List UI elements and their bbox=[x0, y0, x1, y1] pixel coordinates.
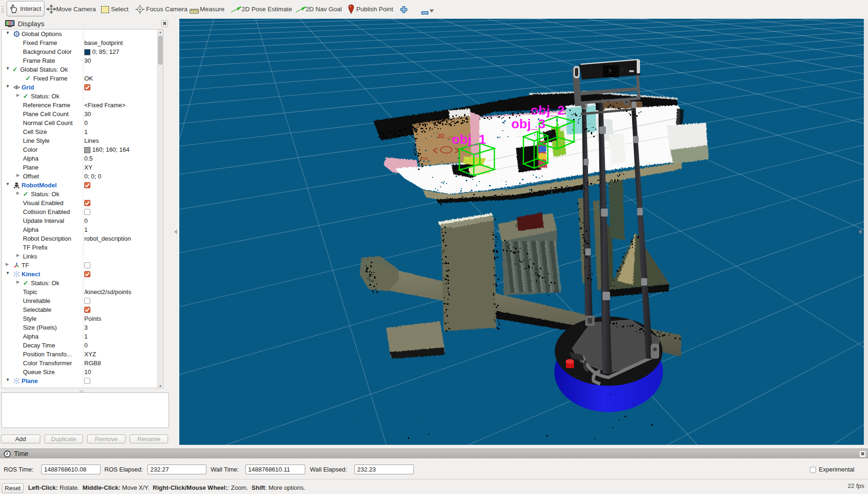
svg-text:JD: JD bbox=[437, 133, 445, 140]
svg-text:obj_2: obj_2 bbox=[530, 103, 565, 118]
svg-text:obj_3: obj_3 bbox=[511, 117, 545, 131]
svg-text:obj_1: obj_1 bbox=[452, 132, 486, 147]
